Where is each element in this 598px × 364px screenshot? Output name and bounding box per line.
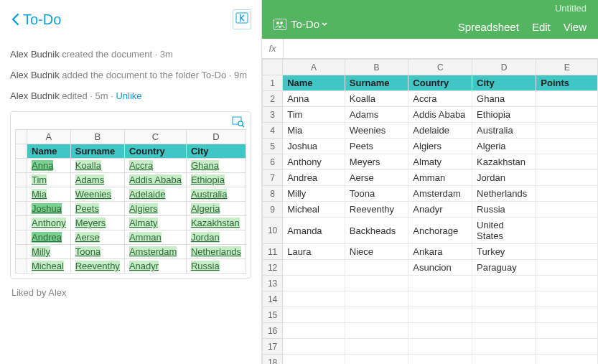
cell[interactable]: Asuncion xyxy=(408,260,472,276)
cell[interactable]: Australia xyxy=(472,123,536,139)
collapse-panel-button[interactable] xyxy=(233,9,251,29)
tab-view[interactable]: View xyxy=(564,21,587,33)
row-header[interactable]: 14 xyxy=(263,291,283,307)
cell[interactable]: Name xyxy=(283,75,345,91)
cell[interactable] xyxy=(283,323,345,339)
cell[interactable]: Joshua xyxy=(283,139,345,154)
cell[interactable] xyxy=(345,339,408,355)
cell[interactable]: United States xyxy=(472,218,536,244)
cell[interactable]: Accra xyxy=(408,91,472,107)
column-header[interactable]: E xyxy=(536,60,598,75)
cell[interactable]: Milly xyxy=(283,186,345,202)
row-header[interactable]: 3 xyxy=(263,107,283,123)
cell[interactable]: Andrea xyxy=(283,170,345,186)
cell[interactable]: Weenies xyxy=(345,123,408,139)
cell[interactable] xyxy=(283,355,345,365)
cell[interactable] xyxy=(536,244,598,260)
cell[interactable]: Niece xyxy=(345,244,408,260)
cell[interactable]: Kazakhstan xyxy=(472,154,536,170)
cell[interactable] xyxy=(536,260,598,276)
cell[interactable]: Tim xyxy=(283,107,345,123)
cell[interactable] xyxy=(408,276,472,291)
cell[interactable]: Algeria xyxy=(472,139,536,154)
cell[interactable]: Koalla xyxy=(345,91,408,107)
unlike-link[interactable]: Unlike xyxy=(116,90,141,101)
cell[interactable] xyxy=(536,276,598,291)
cell[interactable] xyxy=(408,307,472,323)
row-header[interactable]: 10 xyxy=(263,218,283,244)
cell[interactable]: Country xyxy=(408,75,472,91)
cell[interactable] xyxy=(345,323,408,339)
tab-edit[interactable]: Edit xyxy=(532,21,551,33)
cell[interactable]: Laura xyxy=(283,244,345,260)
cell[interactable] xyxy=(408,355,472,365)
preview-search-button[interactable] xyxy=(232,116,245,131)
cell[interactable] xyxy=(536,123,598,139)
cell[interactable] xyxy=(283,260,345,276)
document-dropdown[interactable]: To-Do xyxy=(269,15,337,33)
cell[interactable]: Meyers xyxy=(345,154,408,170)
cell[interactable] xyxy=(536,339,598,355)
row-header[interactable]: 8 xyxy=(263,186,283,202)
cell[interactable] xyxy=(536,291,598,307)
row-header[interactable]: 13 xyxy=(263,276,283,291)
row-header[interactable]: 16 xyxy=(263,323,283,339)
cell[interactable]: Reeventhy xyxy=(345,202,408,218)
cell[interactable]: Russia xyxy=(472,202,536,218)
cell[interactable] xyxy=(472,291,536,307)
column-header[interactable]: B xyxy=(345,60,408,75)
cell[interactable]: Jordan xyxy=(472,170,536,186)
cell[interactable]: Aerse xyxy=(345,170,408,186)
cell[interactable]: Amanda xyxy=(283,218,345,244)
cell[interactable] xyxy=(283,291,345,307)
cell[interactable]: Micheal xyxy=(283,202,345,218)
cell[interactable] xyxy=(472,323,536,339)
cell[interactable] xyxy=(345,355,408,365)
cell[interactable] xyxy=(345,291,408,307)
cell[interactable]: Backheads xyxy=(345,218,408,244)
cell[interactable]: Netherlands xyxy=(472,186,536,202)
back-button[interactable]: To-Do xyxy=(10,11,61,28)
cell[interactable]: Ethiopia xyxy=(472,107,536,123)
cell[interactable] xyxy=(283,307,345,323)
row-header[interactable]: 11 xyxy=(263,244,283,260)
cell[interactable] xyxy=(536,355,598,365)
cell[interactable]: Anna xyxy=(283,91,345,107)
cell[interactable]: Almaty xyxy=(408,154,472,170)
cell[interactable]: Mia xyxy=(283,123,345,139)
cell[interactable]: Adams xyxy=(345,107,408,123)
row-header[interactable]: 1 xyxy=(263,75,283,91)
cell[interactable]: Paraguay xyxy=(472,260,536,276)
column-header[interactable]: D xyxy=(472,60,536,75)
row-header[interactable]: 9 xyxy=(263,202,283,218)
cell[interactable] xyxy=(472,276,536,291)
cell[interactable]: Anadyr xyxy=(408,202,472,218)
cell[interactable] xyxy=(472,339,536,355)
row-header[interactable]: 7 xyxy=(263,170,283,186)
row-header[interactable]: 2 xyxy=(263,91,283,107)
cell[interactable]: Peets xyxy=(345,139,408,154)
row-header[interactable]: 18 xyxy=(263,355,283,365)
row-header[interactable]: 4 xyxy=(263,123,283,139)
cell[interactable] xyxy=(345,276,408,291)
row-header[interactable]: 15 xyxy=(263,307,283,323)
cell[interactable]: Toona xyxy=(345,186,408,202)
row-header[interactable]: 17 xyxy=(263,339,283,355)
cell[interactable] xyxy=(408,291,472,307)
cell[interactable]: Turkey xyxy=(472,244,536,260)
cell[interactable] xyxy=(536,154,598,170)
document-preview[interactable]: ABCDNameSurnameCountryCityAnnaKoallaAccr… xyxy=(10,111,251,279)
cell[interactable]: Ghana xyxy=(472,91,536,107)
cell[interactable]: Anthony xyxy=(283,154,345,170)
cell[interactable] xyxy=(536,186,598,202)
row-header[interactable]: 6 xyxy=(263,154,283,170)
cell[interactable]: Ankara xyxy=(408,244,472,260)
cell[interactable] xyxy=(536,307,598,323)
cell[interactable]: Adelaide xyxy=(408,123,472,139)
cell[interactable]: Surname xyxy=(345,75,408,91)
cell[interactable] xyxy=(536,107,598,123)
cell[interactable] xyxy=(536,170,598,186)
cell[interactable] xyxy=(536,139,598,154)
column-header[interactable]: A xyxy=(283,60,345,75)
cell[interactable] xyxy=(283,339,345,355)
